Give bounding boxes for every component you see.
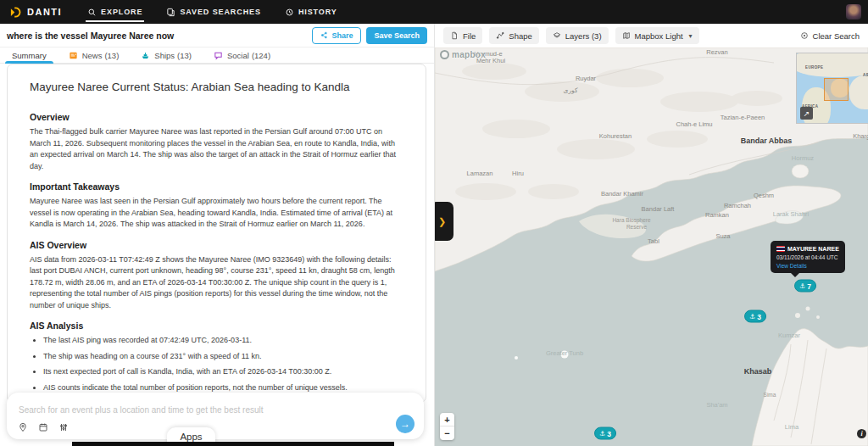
panel-expand-button[interactable]: ❯ <box>435 202 453 241</box>
submit-search-button[interactable]: → <box>396 415 415 433</box>
apps-label: Apps <box>180 432 202 442</box>
location-pin-icon[interactable] <box>18 422 28 432</box>
history-icon <box>285 8 294 17</box>
inset-label: EUROPE <box>805 65 823 70</box>
shape-button[interactable]: Shape <box>489 27 538 44</box>
search-box: → <box>7 393 424 439</box>
zoom-in-button[interactable]: + <box>440 413 454 426</box>
taskbar-edge <box>72 442 394 446</box>
map-panel: File Shape Layers (3) Mapbox Light ▾ Cle… <box>434 24 868 446</box>
inset-label: AS <box>863 73 868 77</box>
brand-logo[interactable]: DANTI <box>9 6 62 19</box>
section-heading: Important Takeaways <box>30 181 403 192</box>
layers-label: Layers (3) <box>565 31 602 41</box>
nav-item-explore[interactable]: EXPLORE <box>87 0 142 24</box>
anchor-icon: ⚓ <box>799 282 805 290</box>
nav-label: EXPLORE <box>101 8 142 16</box>
zoom-out-button[interactable]: − <box>440 426 454 440</box>
tab-count: (13) <box>104 51 119 60</box>
query-text: where is the vessel Mayuree Naree now <box>7 31 174 41</box>
vessel-cluster-badge[interactable]: ⚓3 <box>744 310 766 323</box>
ship-icon <box>141 51 150 60</box>
vessel-name: MAYUREE NAREE <box>787 246 839 252</box>
chat-icon <box>214 51 223 60</box>
bullet-item: The ship was heading on a course of 231°… <box>43 351 403 363</box>
share-icon <box>320 31 328 39</box>
file-icon <box>450 31 459 40</box>
share-button[interactable]: Share <box>312 27 361 44</box>
chevron-down-icon: ▾ <box>689 32 693 40</box>
nav-item-saved-searches[interactable]: SAVED SEARCHES <box>166 0 260 24</box>
tab-label: Ships <box>154 51 175 60</box>
tab-label: Social <box>227 51 249 60</box>
expand-arrow-icon: ↗ <box>804 109 810 118</box>
overview-inset-map[interactable]: EUROPEASAFRICA ↗ <box>796 53 868 124</box>
search-input[interactable] <box>19 405 383 415</box>
results-panel: where is the vessel Mayuree Naree now Sh… <box>0 24 434 446</box>
vessel-cluster-badge[interactable]: ⚓3 <box>594 427 616 440</box>
filters-icon[interactable] <box>58 422 69 432</box>
section-heading: AIS Analysis <box>30 321 403 331</box>
mapbox-wordmark: mapbox <box>452 50 486 59</box>
bullet-item: Its next expected port of call is Kandla… <box>43 366 403 378</box>
tab-ships[interactable]: Ships (13) <box>141 47 192 64</box>
danti-logo-icon <box>9 6 22 19</box>
summary-card: Mayuree Naree Current Status: Arabian Se… <box>7 64 426 403</box>
map-style-label: Mapbox Light <box>635 31 683 41</box>
vessel-cluster-badge[interactable]: ⚓7 <box>794 280 816 293</box>
view-details-link[interactable]: View Details <box>776 263 839 269</box>
user-avatar[interactable] <box>846 4 861 20</box>
clear-icon <box>800 31 809 40</box>
shape-label: Shape <box>509 31 531 41</box>
tab-label: News <box>82 51 103 60</box>
tab-news[interactable]: News (13) <box>69 47 120 64</box>
nav-label: HISTORY <box>298 8 337 16</box>
search-icon <box>87 8 97 17</box>
calendar-icon[interactable] <box>38 422 48 432</box>
map-style-icon <box>622 31 631 40</box>
brand-name: DANTI <box>27 7 62 17</box>
section-heading: AIS Overview <box>30 240 403 250</box>
news-icon <box>69 51 78 60</box>
anchor-icon: ⚓ <box>749 313 755 321</box>
inset-viewport-box <box>824 78 849 101</box>
nav-item-history[interactable]: HISTORY <box>285 0 337 24</box>
bullet-item: AIS counts indicate the total number of … <box>43 382 403 394</box>
tab-summary[interactable]: Summary <box>12 47 47 64</box>
paragraph: AIS data from 2026-03-11 T07:42:49 Z sho… <box>30 254 403 312</box>
anchor-icon: ⚓ <box>599 430 605 438</box>
saved-searches-icon <box>166 8 175 17</box>
map-info-button[interactable]: i <box>857 429 866 438</box>
file-label: File <box>463 31 476 41</box>
badge-count: 7 <box>807 282 811 290</box>
shape-icon <box>496 31 504 40</box>
badge-count: 3 <box>757 312 761 321</box>
mapbox-logo: mapbox <box>440 50 486 59</box>
bullet-item: The last AIS ping was recorded at 07:42:… <box>43 335 403 347</box>
thai-flag-icon <box>776 246 785 252</box>
tab-count: (124) <box>252 51 270 60</box>
bullet-list: The last AIS ping was recorded at 07:42:… <box>30 335 403 393</box>
map-style-button[interactable]: Mapbox Light ▾ <box>615 27 699 44</box>
file-button[interactable]: File <box>443 27 482 44</box>
clear-search-button[interactable]: Clear Search <box>800 31 860 41</box>
vessel-timestamp: 03/11/2026 at 04:44 UTC <box>776 254 839 260</box>
save-search-button[interactable]: Save Search <box>366 27 427 44</box>
chevron-right-icon: ❯ <box>438 216 446 227</box>
tab-social[interactable]: Social (124) <box>214 47 270 64</box>
map-canvas[interactable]: mapbox Hormud-eMehr KhuiRezvanRuydarکوری… <box>435 47 868 446</box>
paragraph: The Thai-flagged bulk carrier Mayuree Na… <box>30 126 403 172</box>
tab-label: Summary <box>12 51 47 60</box>
nav-label: SAVED SEARCHES <box>180 8 260 16</box>
map-zoom-control: + − <box>440 413 454 440</box>
share-label: Share <box>331 31 353 40</box>
paragraph: Mayuree Naree was last seen in the Persi… <box>30 196 403 231</box>
layers-button[interactable]: Layers (3) <box>546 27 609 44</box>
save-search-label: Save Search <box>374 31 420 40</box>
inset-land-asia <box>849 75 868 109</box>
article-title: Mayuree Naree Current Status: Arabian Se… <box>30 81 403 93</box>
result-tabs: Summary News (13) Ships (13) Social (124… <box>0 47 434 64</box>
map-toolbar: File Shape Layers (3) Mapbox Light ▾ Cle… <box>435 24 868 47</box>
section-heading: Overview <box>30 112 403 122</box>
inset-expand-button[interactable]: ↗ <box>800 107 813 120</box>
